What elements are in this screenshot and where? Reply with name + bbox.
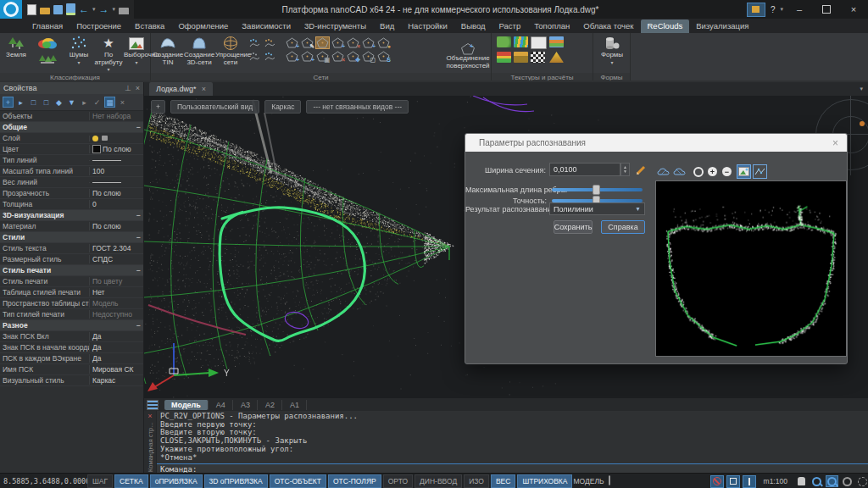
orbit-icon[interactable]	[856, 475, 868, 487]
mesh-tool-icon[interactable]: ×	[331, 50, 345, 63]
status-toggle-ДИН-ВВОД[interactable]: ДИН-ВВОД	[415, 474, 462, 488]
status-toggle-СЕТКА[interactable]: СЕТКА	[114, 474, 148, 488]
property-row[interactable]: Толщина0	[0, 199, 143, 210]
redo-dropdown-icon[interactable]: ▾	[113, 6, 116, 13]
ground-button[interactable]: Земля	[1, 35, 31, 59]
select-cursor-icon[interactable]: ▸	[15, 97, 26, 108]
status-toggle-ОТС-ПОЛЯР[interactable]: ОТС-ПОЛЯР	[328, 474, 381, 488]
ribbon-tab-3D-инструменты[interactable]: 3D-инструменты	[298, 19, 373, 33]
ribbon-tab-Облака точек[interactable]: Облака точек	[576, 19, 640, 33]
mesh-tool-icon[interactable]: +	[285, 36, 299, 49]
sheet-list-icon[interactable]	[147, 400, 159, 410]
property-row[interactable]: Масштаб типа линий100	[0, 166, 143, 177]
sheet-tab-А4[interactable]: А4	[209, 400, 233, 410]
sheet-tab-А2[interactable]: А2	[259, 400, 282, 410]
max-edge-slider-knob[interactable]	[593, 185, 600, 195]
property-row[interactable]: Стиль печатиПо цвету	[0, 276, 143, 287]
pan-icon[interactable]	[795, 475, 808, 487]
status-toggle-ОТС-ОБЪЕКТ[interactable]: ОТС-ОБЪЕКТ	[270, 474, 326, 488]
sheet-tab-А3[interactable]: А3	[234, 400, 258, 410]
mesh-tool-icon[interactable]: ▢	[361, 50, 376, 63]
property-row[interactable]: Размерный стильСПДС	[0, 254, 143, 265]
annoscale-lock-icon[interactable]	[710, 475, 724, 488]
mesh-tool-icon[interactable]: +	[285, 50, 299, 63]
annotation-sheet-icon[interactable]	[622, 476, 633, 486]
select-check-icon[interactable]: ✓	[92, 97, 103, 108]
property-row[interactable]: Тип стилей печатиНедоступно	[0, 309, 143, 320]
properties-section-Общие[interactable]: Общие−	[0, 122, 143, 133]
redo-icon[interactable]: →	[99, 4, 109, 15]
texture-tool-icon[interactable]	[514, 52, 528, 63]
print-icon[interactable]	[119, 8, 129, 14]
selective-button[interactable]: Выборочно ▾	[124, 35, 149, 65]
viewcube-dropdown-icon[interactable]: ▾	[854, 86, 868, 96]
status-toggle-оПРИВЯЗКА[interactable]: оПРИВЯЗКА	[150, 474, 203, 488]
zoom-in-icon[interactable]: +	[705, 164, 720, 179]
save-all-icon[interactable]	[66, 3, 75, 15]
property-row[interactable]: Имя ПСКМировая СК	[0, 364, 143, 375]
mesh-tool-icon[interactable]: S	[376, 50, 391, 63]
mesh-tool-icon[interactable]: ●	[376, 36, 391, 49]
mesh-tool-icon[interactable]: +	[361, 36, 376, 49]
ribbon-tab-Визуализация[interactable]: Визуализация	[689, 19, 755, 33]
property-row[interactable]: Знак ПСК ВклДа	[0, 331, 143, 342]
minimize-button[interactable]: –	[788, 2, 810, 17]
property-row[interactable]: Вес линий	[0, 177, 143, 188]
property-row[interactable]: ПСК в каждом ВЭкранеДа	[0, 353, 143, 364]
ribbon-tab-Растр[interactable]: Растр	[492, 19, 528, 33]
property-row[interactable]: Знак ПСК в начале координатДа	[0, 342, 143, 353]
document-tab[interactable]: Лодка.dwg* ×	[149, 82, 213, 96]
store-icon[interactable]	[747, 3, 765, 17]
maximize-button[interactable]	[815, 2, 837, 17]
zoom-out-icon[interactable]: −	[720, 164, 734, 179]
pin-icon[interactable]: ⊥	[125, 84, 131, 92]
visual-style-button[interactable]: Каркас	[264, 100, 301, 114]
fit-circle-icon[interactable]	[691, 164, 705, 179]
status-toggle-ИЗО[interactable]: ИЗО	[464, 474, 489, 488]
ribbon-tab-Построение[interactable]: Построение	[70, 19, 128, 33]
result-combobox[interactable]: Полилинии ▼	[549, 202, 645, 215]
linked-views-button[interactable]: --- нет связанных видов ---	[306, 100, 409, 114]
dialog-titlebar[interactable]: Параметры распознавания ×	[465, 134, 847, 152]
preview-image-icon[interactable]: ▦	[104, 97, 115, 108]
properties-section-3D-визуализация[interactable]: 3D-визуализация−	[0, 210, 143, 221]
new-file-icon[interactable]	[27, 4, 36, 15]
open-file-icon[interactable]	[40, 8, 50, 14]
quick-select-icon[interactable]: ◆	[53, 97, 64, 108]
mesh-tool-icon[interactable]: ▣	[315, 50, 330, 63]
noise-button[interactable]: Шумы ▾	[64, 35, 93, 65]
zoom-window-icon[interactable]	[841, 475, 854, 487]
properties-section-Разное[interactable]: Разное−	[0, 320, 143, 331]
property-row[interactable]: ОбъектыНет набора	[0, 111, 143, 122]
section-width-input[interactable]: 0,0100	[549, 163, 620, 176]
cloud-below-icon[interactable]	[672, 164, 687, 179]
undo-icon[interactable]: ←	[79, 4, 89, 15]
model-space-label[interactable]: МОДЕЛЬ	[573, 477, 604, 485]
texture-tool-icon[interactable]	[531, 52, 545, 63]
status-toggle-3D оПРИВЯЗКА[interactable]: 3D оПРИВЯЗКА	[204, 474, 268, 488]
property-row[interactable]: Визуальный стильКаркас	[0, 375, 143, 386]
property-row[interactable]: Пространство таблицы стилей печатиМодель	[0, 298, 143, 309]
pick-width-pencil-icon[interactable]	[636, 164, 648, 175]
ribbon-tab-ReClouds[interactable]: ReClouds	[641, 19, 690, 33]
texture-tool-icon[interactable]	[531, 36, 547, 49]
property-row[interactable]: ПрозрачностьПо слою	[0, 188, 143, 199]
select-add-icon[interactable]: +	[3, 97, 14, 108]
status-toggle-ОРТО[interactable]: ОРТО	[383, 474, 413, 488]
mesh-tool-icon[interactable]	[315, 36, 330, 49]
annotation-chain-icon[interactable]	[609, 476, 620, 486]
texture-tool-icon[interactable]	[514, 36, 528, 47]
texture-tool-icon[interactable]	[549, 36, 564, 47]
mesh-tool-icon[interactable]: ✎	[300, 36, 314, 49]
simplify-mesh-button[interactable]: Упрощение сети	[215, 35, 246, 66]
status-toggle-ШАГ[interactable]: ШАГ	[87, 474, 113, 488]
create-3dmesh-button[interactable]: Создание 3D-сети	[184, 35, 214, 66]
undo-dropdown-icon[interactable]: ▾	[92, 6, 96, 13]
property-row[interactable]: Стиль текстаГОСТ 2.304	[0, 243, 143, 254]
select-similar-icon[interactable]: ▸	[79, 97, 90, 108]
dialog-close-icon[interactable]: ×	[832, 137, 838, 149]
ribbon-tab-Настройки[interactable]: Настройки	[401, 19, 454, 33]
viewport-menu-button[interactable]: +	[151, 100, 165, 114]
ribbon-tab-Топоплан[interactable]: Топоплан	[527, 19, 576, 33]
select-rect-icon[interactable]: □	[28, 97, 39, 108]
